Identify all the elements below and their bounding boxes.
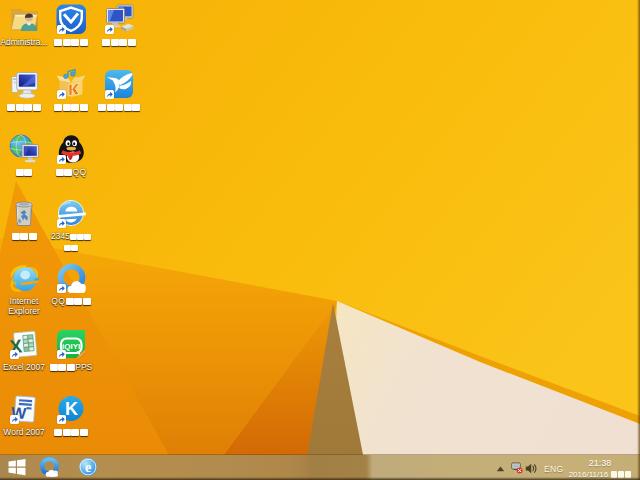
svg-text:e: e — [85, 460, 91, 475]
svg-text:K: K — [65, 399, 78, 419]
